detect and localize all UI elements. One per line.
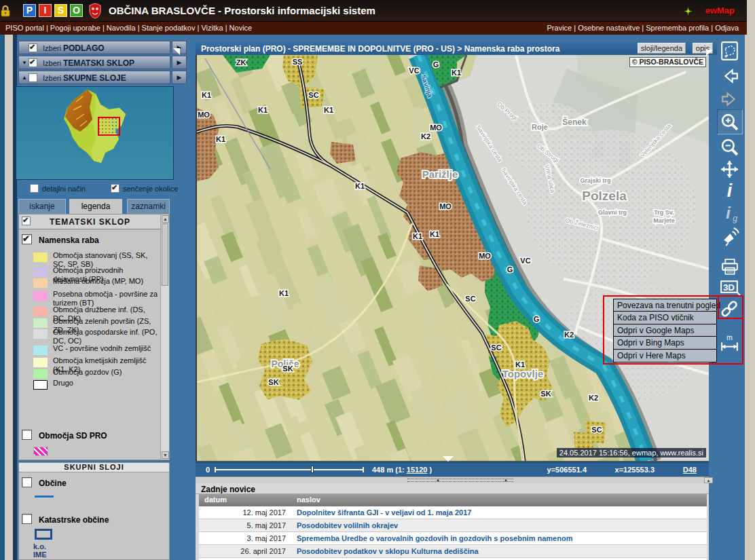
- legend-label-2: Mešana območja (MP, MO): [53, 277, 158, 286]
- obcine-label: Občine: [39, 479, 67, 488]
- map-timestamp: 24.05.2017 15:16:56, ewmap, www.realis.s…: [557, 448, 706, 458]
- legend-swatch-1: [33, 267, 48, 277]
- tab-legenda[interactable]: legenda: [69, 199, 122, 214]
- obcine-checkbox[interactable]: [22, 477, 32, 487]
- legend-swatch-6: [33, 329, 48, 339]
- scale-text: 448 m (1: 15120 ): [372, 466, 432, 474]
- svg-text:i: i: [727, 181, 733, 201]
- view-3d-icon[interactable]: 3D: [719, 276, 741, 297]
- sidebar-collapse-icon[interactable]: [173, 48, 180, 55]
- legend-panel: TEMATSKI SKLOP ▲ ▼ Namenska raba Območja…: [18, 214, 170, 460]
- map-label: MO: [439, 202, 452, 210]
- map-label: SC: [591, 426, 602, 434]
- identify-icon[interactable]: i: [719, 179, 741, 201]
- copyright-badge: © PISO-BRASLOVČE: [629, 57, 706, 67]
- section-checkbox[interactable]: [29, 58, 37, 67]
- katastrske-checkbox[interactable]: [22, 514, 32, 524]
- menu-links-left[interactable]: PISO portal | Pogoji uporabe | Navodila …: [5, 24, 252, 32]
- legend-scrollbar[interactable]: ▲ ▼: [160, 214, 169, 460]
- sidebar-section-skupne-sloje[interactable]: ▲Izberi SKUPNE SLOJE: [18, 71, 170, 84]
- news-date: 12. maj 2017: [199, 508, 286, 517]
- news-link[interactable]: Posodobitev podatkov v sklopu Kulturna d…: [297, 547, 479, 555]
- sd-pro-swatch: [33, 447, 48, 456]
- scale-ratio-link[interactable]: 15120: [407, 466, 428, 474]
- legend-swatch-10: [33, 380, 48, 390]
- datum-link[interactable]: D48: [683, 466, 697, 474]
- legend-label-7: VC - površine vodnih zemljišč: [53, 344, 158, 353]
- splitter-bar[interactable]: ▲ ▲: [196, 477, 709, 483]
- history-back-icon[interactable]: [719, 65, 741, 87]
- option-checkbox-1[interactable]: [111, 184, 119, 193]
- news-link[interactable]: Posodobitev volilnih okrajev: [297, 521, 398, 529]
- scroll-down-icon[interactable]: ▼: [162, 451, 169, 459]
- legend-swatch-4: [33, 307, 48, 316]
- news-link[interactable]: Sprememba Uredbe o varovalnih gozdovih i…: [297, 534, 572, 542]
- option-checkbox-0[interactable]: [30, 184, 39, 193]
- map-label: K1: [202, 91, 211, 99]
- section-expand-icon[interactable]: ▶: [172, 56, 187, 69]
- option-label-0: detajlni način: [42, 185, 86, 193]
- map-label: G: [507, 265, 513, 274]
- sidebar-section-tematski-sklop[interactable]: ▼Izberi TEMATSKI SKLOP: [18, 56, 170, 69]
- scrollbar-thumb[interactable]: [162, 223, 168, 286]
- sloji-legenda-button[interactable]: sloji/legenda: [638, 43, 686, 54]
- svg-text:g: g: [733, 214, 737, 223]
- history-forward-icon[interactable]: [719, 88, 741, 110]
- news-row: 5. maj 2017Posodobitev volilnih okrajev: [199, 519, 707, 532]
- news-link[interactable]: Dopolnitev šifranta GJI - v veljavi od 1…: [297, 508, 471, 517]
- map-label: MO: [198, 111, 210, 119]
- pan-icon[interactable]: [719, 159, 741, 181]
- section-toggle-icon[interactable]: ▼: [22, 60, 27, 66]
- lock-icon: [0, 5, 11, 20]
- legend-swatch-8: [33, 358, 48, 367]
- news-date: 5. maj 2017: [199, 521, 286, 529]
- map-label: VC: [409, 67, 419, 75]
- map-label: K1: [324, 106, 333, 114]
- section-toggle-icon[interactable]: ▲: [22, 75, 27, 81]
- svg-text:i: i: [726, 204, 731, 222]
- map-label: Roje: [532, 123, 548, 131]
- sd-pro-label: Območja SD PRO: [39, 431, 107, 441]
- map-viewport[interactable]: Savinja Savinjska cestaSavinjska cestaOb…: [196, 55, 709, 462]
- sd-pro-checkbox[interactable]: [22, 430, 32, 440]
- scroll-up-icon[interactable]: ▲: [162, 215, 169, 223]
- section-checkbox[interactable]: [29, 73, 37, 82]
- legend-header: TEMATSKI SKLOP: [19, 214, 161, 229]
- zoom-in-icon[interactable]: [719, 111, 741, 133]
- overview-map[interactable]: [16, 86, 174, 180]
- namenska-raba-checkbox[interactable]: [22, 234, 32, 244]
- select-region-icon[interactable]: [719, 40, 741, 62]
- toolbar-collapse-icon[interactable]: [706, 50, 713, 56]
- map-label: G: [534, 315, 540, 323]
- map-collapse-icon[interactable]: [443, 456, 454, 462]
- left-edge-strip: [0, 35, 5, 560]
- scale-zero: 0: [206, 466, 210, 474]
- map-label: K1: [279, 289, 289, 297]
- map-label: MO: [479, 252, 491, 260]
- legend-swatch-7: [33, 346, 48, 355]
- splitter-handle[interactable]: ▲ ▲: [407, 479, 513, 482]
- map-label: Topovlje: [502, 368, 544, 379]
- tab-iskanje[interactable]: iskanje: [18, 199, 66, 214]
- news-table-header: datum naslov: [199, 494, 707, 506]
- map-label: K1: [515, 360, 525, 369]
- map-label: G: [433, 60, 439, 69]
- ko-label: k.o.: [33, 542, 46, 550]
- map-label: SK: [282, 365, 293, 373]
- zoom-out-icon[interactable]: [719, 136, 741, 158]
- section-checkbox[interactable]: [29, 43, 37, 52]
- scale-line: [215, 469, 364, 470]
- scroll-corner[interactable]: ▲: [704, 477, 713, 483]
- identify-group-icon[interactable]: ig: [719, 202, 741, 223]
- sidebar-section-podlago[interactable]: Izberi PODLAGO: [18, 41, 170, 54]
- news-panel: Zadnje novice datum naslov 12. maj 2017D…: [196, 483, 709, 560]
- menu-links-right[interactable]: Pravice | Osebne nastavitve | Sprememba …: [547, 24, 739, 32]
- section-expand-icon[interactable]: ▶: [172, 71, 187, 84]
- logo-letter-O: O: [70, 4, 83, 17]
- ewmap-brand[interactable]: ewMap: [705, 5, 735, 16]
- tab-zaznamki[interactable]: zaznamki: [127, 199, 170, 214]
- scale-slider-handle[interactable]: [311, 466, 314, 473]
- katastrske-label: Katastrske občine: [39, 515, 109, 525]
- gps-icon[interactable]: [719, 226, 741, 248]
- map-label: Trg Sv.: [654, 209, 674, 216]
